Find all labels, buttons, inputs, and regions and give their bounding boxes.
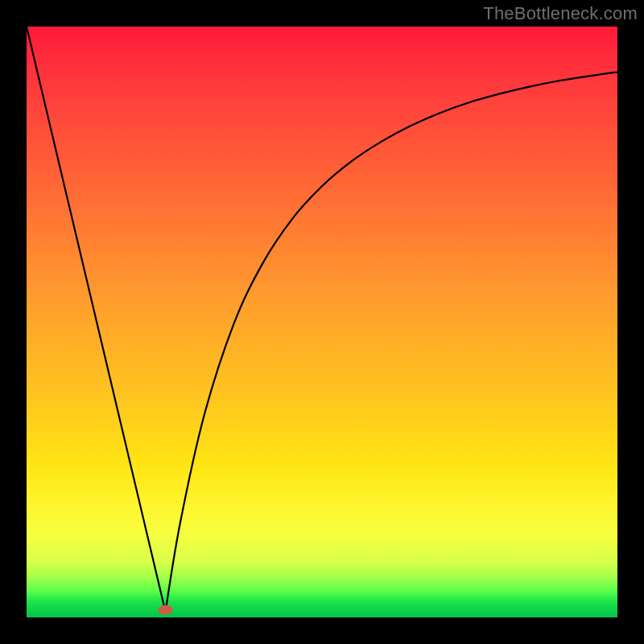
chart-frame: TheBottleneck.com	[0, 0, 644, 644]
plot-area	[27, 27, 617, 617]
bottleneck-curve	[27, 27, 617, 612]
minimum-marker	[158, 605, 172, 614]
watermark-text: TheBottleneck.com	[483, 3, 638, 24]
chart-svg	[27, 27, 617, 617]
